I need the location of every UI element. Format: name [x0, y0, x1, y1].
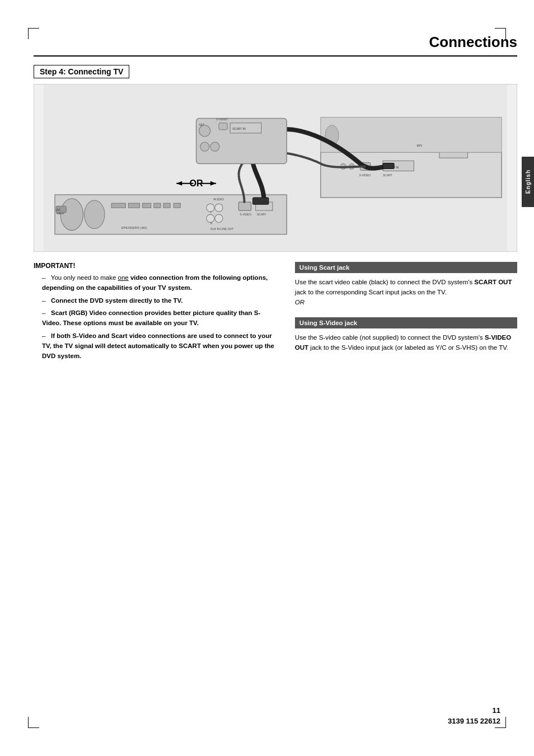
svg-text:MAINS: MAINS — [57, 212, 64, 215]
important-point-1: – You only need to make one video connec… — [34, 273, 278, 293]
page-footer: 11 3139 115 22612 — [34, 706, 500, 725]
svg-rect-26 — [321, 152, 502, 198]
important-text: – You only need to make one video connec… — [34, 273, 278, 361]
scart-jack-box: Using Scart jack Use the scart video cab… — [295, 262, 517, 307]
bold-text-2: Connect the DVD system directly to the T… — [51, 297, 182, 304]
scart-jack-text: Use the scart video cable (black) to con… — [295, 278, 517, 307]
scart-jack-title: Using Scart jack — [295, 262, 517, 273]
svg-point-2 — [60, 199, 83, 231]
svg-text:R: R — [210, 222, 213, 225]
important-label: IMPORTANT! — [34, 262, 278, 270]
svg-text:SPEAKERS (4Ω): SPEAKERS (4Ω) — [121, 226, 147, 229]
svg-text:AUDIO: AUDIO — [213, 198, 224, 201]
svideo-jack-text: Use the S-video cable (not supplied) to … — [295, 333, 517, 353]
svg-text:AUX IN LINE OUT: AUX IN LINE OUT — [210, 227, 234, 231]
svideo-out-bold: S-VIDEO OUT — [295, 334, 511, 351]
svg-text:S-VIDEO: S-VIDEO — [359, 173, 371, 177]
svg-rect-53 — [219, 123, 227, 130]
svg-rect-7 — [111, 203, 125, 208]
svg-text:SCART: SCART — [257, 213, 266, 216]
svg-rect-36 — [321, 118, 502, 153]
page-title: Connections — [429, 34, 517, 50]
important-point-3: – Scart (RGB) Video connection provides … — [34, 308, 278, 328]
svg-rect-10 — [154, 203, 161, 208]
bold-text-4: If both S-Video and Scart video connecti… — [42, 332, 274, 359]
svg-point-19 — [215, 214, 223, 222]
page-number: 11 — [493, 706, 500, 715]
bold-text-1: video connection from the following opti… — [42, 274, 268, 291]
svg-point-16 — [215, 204, 223, 212]
right-column: Using Scart jack Use the scart video cab… — [295, 262, 517, 364]
language-tab-label: English — [525, 170, 531, 194]
scart-out-bold: SCART OUT — [474, 279, 512, 285]
doc-number: 3139 115 22612 — [448, 717, 500, 725]
svg-text:MIN: MIN — [417, 144, 423, 147]
svg-point-50 — [210, 142, 219, 151]
svg-rect-11 — [163, 203, 170, 208]
language-tab: English — [522, 157, 534, 207]
two-column-layout: IMPORTANT! – You only need to make one v… — [34, 262, 517, 364]
important-point-2: – Connect the DVD system directly to the… — [34, 296, 278, 306]
svg-rect-12 — [174, 203, 180, 208]
svg-text:S-VIDEO: S-VIDEO — [240, 213, 251, 216]
svg-rect-22 — [238, 202, 251, 210]
svideo-jack-box: Using S-Video jack Use the S-video cable… — [295, 317, 517, 353]
svg-text:S-VIDEO: S-VIDEO — [216, 118, 228, 121]
page-content: Connections Step 4: Connecting TV AC MAI… — [34, 34, 517, 722]
svg-rect-39 — [253, 198, 269, 204]
svg-text:SCART IN: SCART IN — [232, 127, 246, 130]
diagram-svg: AC MAINS SPEAKERS (4Ω) AUDIO L R AUX IN … — [34, 84, 517, 251]
important-section: IMPORTANT! – You only need to make one v… — [34, 262, 278, 364]
svg-rect-9 — [143, 203, 151, 208]
step-heading: Step 4: Connecting TV — [34, 65, 129, 78]
bold-text-3: Scart (RGB) Video connection provides be… — [42, 309, 260, 326]
svg-text:L: L — [210, 210, 212, 214]
underline-one: one — [118, 274, 129, 281]
connection-diagram: AC MAINS SPEAKERS (4Ω) AUDIO L R AUX IN … — [34, 84, 517, 252]
svg-point-49 — [200, 142, 209, 151]
svg-rect-40 — [383, 163, 394, 168]
page-header: Connections — [34, 34, 517, 57]
svg-point-48 — [199, 125, 210, 137]
svg-point-3 — [85, 200, 105, 229]
svg-text:SCART: SCART — [383, 173, 392, 177]
svg-rect-8 — [128, 203, 139, 208]
important-point-4: – If both S-Video and Scart video connec… — [34, 331, 278, 361]
svideo-jack-title: Using S-Video jack — [295, 317, 517, 328]
or-text: OR — [295, 299, 305, 306]
svg-text:AC: AC — [57, 208, 60, 212]
